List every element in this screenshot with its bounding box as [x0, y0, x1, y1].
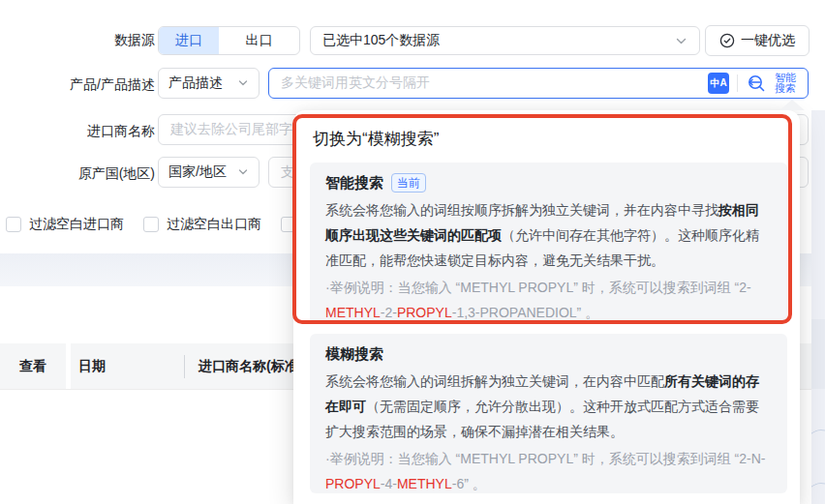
- section-example: ·举例说明：当您输入 “METHYL PROPYL” 时，系统可以搜索到词组 “…: [325, 446, 772, 493]
- divider: [737, 74, 738, 92]
- chevron-down-icon: [675, 35, 688, 47]
- check-circle-icon: [719, 33, 735, 48]
- popover-title[interactable]: 切换为“模糊搜索”: [313, 128, 439, 150]
- fuzzy-search-section: 模糊搜索 系统会将您输入的词组拆解为独立关键词，在内容中匹配所有关键词的存在即可…: [310, 334, 787, 493]
- current-badge: 当前: [391, 173, 426, 193]
- section-heading: 智能搜索: [325, 174, 383, 193]
- filter-blank-importer-checkbox[interactable]: 过滤空白进口商: [6, 214, 124, 235]
- origin-type-select[interactable]: 国家/地区: [158, 157, 260, 188]
- checkbox-label: 过滤空白出口商: [167, 216, 261, 233]
- section-body: 系统会将您输入的词组按顺序拆解为独立关键词，并在内容中寻找按相同顺序出现这些关键…: [325, 197, 772, 273]
- chevron-down-icon: [237, 77, 249, 89]
- product-label: 产品/产品描述: [0, 76, 155, 94]
- product-type-select[interactable]: 产品描述: [158, 68, 260, 99]
- import-export-segmented-control: 进口 出口: [158, 26, 300, 55]
- search-mode-popover: 切换为“模糊搜索” 智能搜索 当前 系统会将您输入的词组按顺序拆解为独立关键词，…: [293, 110, 800, 504]
- translate-icon[interactable]: 中A: [708, 73, 729, 94]
- popover-arrow: [779, 100, 805, 110]
- product-type-value: 产品描述: [168, 74, 237, 92]
- column-header-view[interactable]: 查看: [0, 343, 66, 389]
- strip-band: [811, 319, 825, 389]
- origin-type-value: 国家/地区: [168, 163, 237, 181]
- datasource-label: 数据源: [0, 32, 155, 49]
- column-header-date[interactable]: 日期: [78, 343, 106, 389]
- product-keyword-placeholder: 多关键词用英文分号隔开: [281, 74, 708, 92]
- datasource-select[interactable]: 已选中105个数据源: [310, 26, 700, 55]
- one-click-optimize-button[interactable]: 一键优选: [705, 25, 810, 56]
- smart-search-toggle[interactable]: 智能 搜索: [775, 73, 796, 94]
- section-heading: 模糊搜索: [325, 345, 383, 364]
- datasource-select-value: 已选中105个数据源: [322, 32, 675, 49]
- background-page-strip: [811, 110, 825, 504]
- chevron-down-icon: [237, 166, 249, 178]
- trade-search-page: 数据源 进口 出口 已选中105个数据源 一键优选 产品/产品描述 产品描述 多…: [0, 0, 825, 504]
- importer-label: 进口商名称: [0, 123, 155, 140]
- smart-search-section: 智能搜索 当前 系统会将您输入的词组按顺序拆解为独立关键词，并在内容中寻找按相同…: [310, 163, 787, 324]
- origin-label: 原产国(地区): [0, 165, 155, 183]
- one-click-optimize-label: 一键优选: [741, 32, 795, 49]
- smart-search-icon[interactable]: [746, 73, 767, 94]
- decor-arc: [811, 478, 825, 504]
- column-gap: [66, 343, 71, 389]
- checkbox-icon[interactable]: [143, 217, 159, 232]
- checkbox-icon[interactable]: [6, 217, 21, 232]
- section-example: ·举例说明：当您输入 “METHYL PROPYL” 时，系统可以搜索到词组 “…: [325, 275, 772, 324]
- filter-blank-exporter-checkbox[interactable]: 过滤空白出口商: [143, 214, 261, 235]
- tab-export[interactable]: 出口: [219, 27, 299, 54]
- product-keyword-input[interactable]: 多关键词用英文分号隔开 中A 智能 搜索: [268, 68, 809, 99]
- tab-import[interactable]: 进口: [159, 27, 219, 54]
- checkbox-label: 过滤空白进口商: [29, 216, 124, 233]
- column-divider: [184, 355, 185, 378]
- section-body: 系统会将您输入的词组拆解为独立关键词，在内容中匹配所有关键词的存在即可（无需固定…: [325, 369, 772, 444]
- decor-arc: [811, 425, 825, 466]
